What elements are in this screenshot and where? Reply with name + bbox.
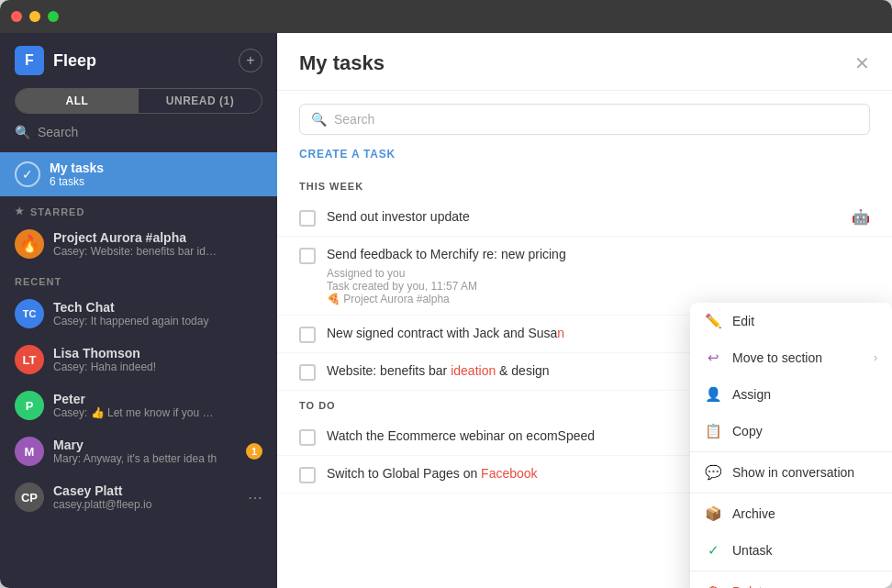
move-icon: ↩ [705, 349, 721, 366]
sidebar-item-lisa[interactable]: LT Lisa Thomson Casey: Haha indeed! [0, 337, 277, 383]
this-week-header: THIS WEEK [277, 172, 892, 199]
project-aurora-avatar: 🔥 [15, 229, 44, 259]
context-menu: ✏️ Edit ↩ Move to section › 👤 Assign 📋 C… [690, 303, 892, 588]
casey-avatar: CP [15, 483, 44, 512]
lisa-avatar: LT [15, 345, 44, 374]
task-content: Send feedback to Merchify re: new pricin… [327, 246, 870, 305]
task-highlight: Facebook [481, 466, 537, 481]
close-window-button[interactable] [11, 11, 22, 22]
panel-close-button[interactable]: ✕ [854, 52, 870, 74]
main-panel: My tasks ✕ 🔍 Search CREATE A TASK THIS W… [277, 33, 892, 588]
starred-label: ★ STARRED [0, 196, 277, 221]
task-highlight: ideation [451, 363, 496, 378]
task-item[interactable]: Send out investor update 🤖 [277, 199, 892, 237]
mary-badge: 1 [246, 443, 262, 460]
sidebar-logo: F Fleep [15, 46, 96, 75]
peter-subtitle: Casey: 👍 Let me know if you need a [53, 406, 218, 419]
sidebar-item-project-aurora[interactable]: 🔥 Project Aurora #alpha Casey: Website: … [0, 221, 277, 267]
task-checkbox[interactable] [299, 364, 316, 381]
tech-chat-info: Tech Chat Casey: It happened again today [53, 300, 262, 327]
archive-icon: 📦 [705, 505, 721, 522]
recent-label: RECENT [0, 267, 277, 291]
panel-search-bar[interactable]: 🔍 Search [299, 104, 870, 135]
app-name: Fleep [53, 51, 96, 71]
context-menu-show-conversation[interactable]: 💬 Show in conversation [690, 454, 892, 491]
task-checkbox[interactable] [299, 248, 316, 264]
delete-label: Delete [732, 584, 769, 589]
search-label: Search [38, 125, 78, 139]
project-aurora-title: Project Aurora #alpha [53, 230, 262, 245]
panel-title: My tasks [299, 51, 385, 75]
task-title: Send feedback to Merchify re: new pricin… [327, 246, 870, 264]
sidebar-item-my-tasks[interactable]: ✓ My tasks 6 tasks [0, 152, 277, 196]
sidebar: F Fleep + ALL UNREAD (1) 🔍 Search ✓ My t… [0, 33, 277, 588]
conversation-icon: 💬 [705, 464, 721, 481]
context-menu-untask[interactable]: ✓ Untask [690, 532, 892, 569]
mary-info: Mary Mary: Anyway, it's a better idea th [53, 438, 237, 465]
tech-chat-title: Tech Chat [53, 300, 262, 315]
tab-all[interactable]: ALL [16, 89, 139, 113]
task-checkbox[interactable] [299, 467, 316, 483]
task-action-icon[interactable]: 🤖 [852, 208, 870, 226]
sidebar-item-tech-chat[interactable]: TC Tech Chat Casey: It happened again to… [0, 291, 277, 337]
app-window: F Fleep + ALL UNREAD (1) 🔍 Search ✓ My t… [0, 0, 892, 588]
casey-info: Casey Platt casey.platt@fleep.io [53, 483, 239, 511]
assign-label: Assign [732, 387, 771, 402]
casey-dots-menu[interactable]: ⋯ [248, 489, 262, 506]
sidebar-item-mary[interactable]: M Mary Mary: Anyway, it's a better idea … [0, 428, 277, 474]
my-tasks-info: My tasks 6 tasks [50, 161, 262, 188]
mary-subtitle: Mary: Anyway, it's a better idea th [53, 452, 218, 465]
context-menu-archive[interactable]: 📦 Archive [690, 495, 892, 532]
peter-title: Peter [53, 392, 262, 406]
context-menu-move-to-section[interactable]: ↩ Move to section › [690, 339, 892, 376]
mary-title: Mary [53, 438, 237, 452]
assign-icon: 👤 [705, 386, 721, 403]
task-checkbox[interactable] [299, 429, 316, 446]
edit-label: Edit [732, 314, 754, 328]
sidebar-item-casey[interactable]: CP Casey Platt casey.platt@fleep.io ⋯ [0, 474, 277, 520]
lisa-title: Lisa Thomson [53, 346, 262, 361]
untask-icon: ✓ [705, 542, 721, 559]
move-label: Move to section [732, 350, 822, 365]
copy-icon: 📋 [705, 423, 721, 439]
casey-subtitle: casey.platt@fleep.io [53, 498, 218, 511]
project-aurora-subtitle: Casey: Website: benefits bar ideation [53, 245, 218, 258]
task-checkbox[interactable] [299, 327, 316, 343]
task-created: Task created by you, 11:57 AM [327, 280, 870, 293]
context-menu-copy[interactable]: 📋 Copy [690, 413, 892, 449]
tab-unread[interactable]: UNREAD (1) [139, 89, 262, 113]
logo-icon: F [15, 46, 44, 75]
panel-header: My tasks ✕ [277, 33, 892, 91]
minimize-window-button[interactable] [29, 11, 40, 22]
sidebar-header: F Fleep + [0, 33, 277, 88]
sidebar-tabs: ALL UNREAD (1) [15, 88, 262, 114]
maximize-window-button[interactable] [48, 11, 59, 22]
casey-title: Casey Platt [53, 483, 239, 498]
lisa-subtitle: Casey: Haha indeed! [53, 361, 218, 373]
task-title: Send out investor update [327, 208, 841, 227]
sidebar-search[interactable]: 🔍 Search [15, 125, 262, 139]
sidebar-item-peter[interactable]: P Peter Casey: 👍 Let me know if you need… [0, 383, 277, 428]
context-menu-divider [690, 451, 892, 452]
task-highlight: n [557, 326, 564, 340]
tech-chat-subtitle: Casey: It happened again today [53, 315, 218, 327]
peter-avatar: P [15, 391, 44, 420]
context-menu-divider [690, 571, 892, 571]
lisa-info: Lisa Thomson Casey: Haha indeed! [53, 346, 262, 373]
context-menu-assign[interactable]: 👤 Assign [690, 376, 892, 413]
search-placeholder: Search [334, 112, 374, 127]
context-menu-delete[interactable]: 🗑 Delete [690, 573, 892, 588]
task-meta: Assigned to you Task created by you, 11:… [327, 267, 870, 305]
add-button[interactable]: + [239, 49, 262, 72]
search-icon: 🔍 [311, 112, 327, 127]
untask-label: Untask [732, 543, 773, 558]
context-menu-divider [690, 493, 892, 494]
my-tasks-title: My tasks [50, 161, 262, 175]
create-task-link[interactable]: CREATE A TASK [277, 148, 892, 172]
project-aurora-info: Project Aurora #alpha Casey: Website: be… [53, 230, 262, 258]
context-menu-edit[interactable]: ✏️ Edit [690, 303, 892, 339]
task-checkbox[interactable] [299, 210, 316, 227]
search-icon: 🔍 [15, 125, 30, 139]
my-tasks-subtitle: 6 tasks [50, 175, 215, 188]
copy-label: Copy [732, 424, 763, 438]
